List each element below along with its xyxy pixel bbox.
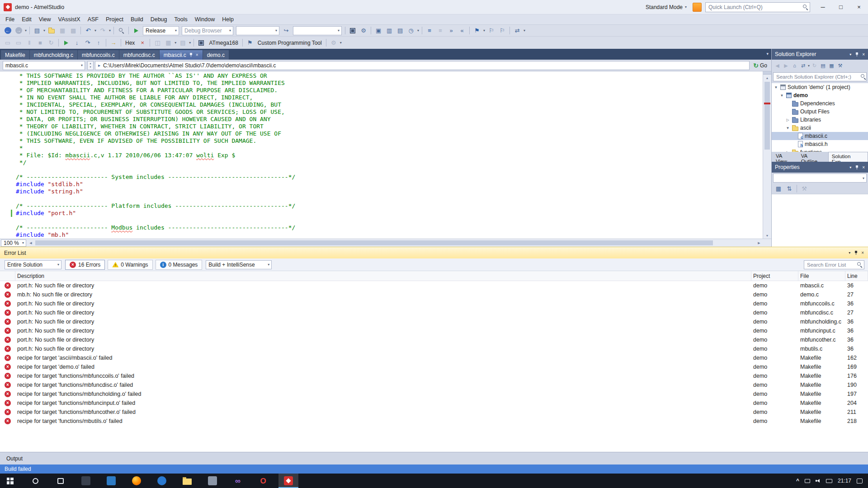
- panel-tab-va-view[interactable]: VA View: [773, 152, 797, 162]
- previous-bookmark-icon[interactable]: ⚐: [486, 26, 496, 36]
- go-button[interactable]: ↻ Go: [751, 62, 769, 69]
- zoom-combo[interactable]: 100 % ▾: [1, 239, 26, 247]
- se-switch-views-icon[interactable]: ⇄: [799, 61, 807, 70]
- search-button[interactable]: [25, 474, 45, 488]
- tree-item-ascii[interactable]: ▼ascii: [772, 124, 868, 132]
- error-header-description[interactable]: Description: [15, 271, 751, 281]
- tab-mbfuncdisc.c[interactable]: mbfuncdisc.c: [119, 50, 159, 60]
- new-file-caret[interactable]: ▾: [43, 28, 46, 33]
- dropdown-caret[interactable]: ▾: [340, 41, 342, 45]
- tree-item-mbascii.c[interactable]: mbascii.c: [772, 132, 868, 140]
- expander-icon[interactable]: ▼: [774, 85, 778, 89]
- tree-item-solution-demo-1-project-[interactable]: ▼Solution 'demo' (1 project): [772, 83, 868, 91]
- splitter-grip[interactable]: [763, 71, 771, 75]
- error-row[interactable]: ×recipe for target 'functions/mbfunchold…: [0, 389, 868, 399]
- se-home-icon[interactable]: ⌂: [790, 61, 799, 70]
- menu-item-project[interactable]: Project: [102, 15, 127, 24]
- taskbar-app-atmel-studio[interactable]: [278, 474, 298, 488]
- find-combo[interactable]: ▾: [293, 26, 342, 35]
- comment-icon[interactable]: ≡: [425, 26, 434, 36]
- taskbar-app-display[interactable]: [101, 474, 121, 488]
- error-row[interactable]: ×recipe for target 'functions/mbfunccoil…: [0, 371, 868, 380]
- touch-keyboard-icon[interactable]: [826, 479, 832, 483]
- menu-item-vassistx[interactable]: VAssistX: [55, 15, 84, 24]
- dropdown-caret[interactable]: ▾: [174, 41, 177, 45]
- error-row[interactable]: ×recipe for target 'functions/mbfuncdisc…: [0, 380, 868, 389]
- datasheet-icon[interactable]: ▤: [395, 26, 405, 36]
- pin-icon[interactable]: [854, 250, 858, 255]
- step-into-icon[interactable]: ↓: [72, 38, 82, 48]
- dropdown-caret[interactable]: ▾: [189, 41, 191, 45]
- pin-icon[interactable]: [855, 165, 859, 170]
- error-row[interactable]: ×recipe for target 'functions/mbutils.o'…: [0, 417, 868, 426]
- close-tab-icon[interactable]: ×: [196, 52, 198, 57]
- tree-item-functions[interactable]: ▷functions: [772, 148, 868, 152]
- device-pack-manager-icon[interactable]: ⚙: [359, 26, 368, 36]
- step-out-icon[interactable]: ↑: [94, 38, 104, 48]
- tab-mbfuncholding.c[interactable]: mbfuncholding.c: [30, 50, 77, 60]
- tray-expand-chevron[interactable]: ^: [796, 478, 799, 484]
- expander-icon[interactable]: ▼: [785, 126, 790, 130]
- window-position-icon[interactable]: ▾: [849, 52, 852, 56]
- properties-object-combo[interactable]: ▾: [773, 174, 867, 183]
- mode-selector[interactable]: Standard Mode ▾: [644, 3, 689, 11]
- dropdown-caret[interactable]: ▾: [523, 28, 526, 33]
- error-header-line[interactable]: Line: [845, 271, 868, 281]
- error-search-input[interactable]: [804, 260, 864, 269]
- nav-forward-icon[interactable]: →: [14, 26, 24, 36]
- taskbar-app-file-explorer[interactable]: [177, 474, 197, 488]
- error-row[interactable]: ×port.h: No such file or directorydemomb…: [0, 335, 868, 344]
- categorized-icon[interactable]: ▦: [774, 184, 783, 194]
- error-row[interactable]: ×recipe for target 'functions/mbfuncothe…: [0, 408, 868, 417]
- gallery-button[interactable]: [693, 3, 702, 12]
- error-row[interactable]: ×port.h: No such file or directorydemomb…: [0, 317, 868, 326]
- navigate-to-icon[interactable]: ⇄: [512, 26, 522, 36]
- programming-tool-icon[interactable]: ⚑: [245, 38, 255, 48]
- tree-item-output-files[interactable]: Output Files: [772, 108, 868, 116]
- reset-icon[interactable]: ×: [137, 38, 147, 48]
- show-next-statement-icon[interactable]: →: [108, 38, 118, 48]
- scroll-right-icon[interactable]: ▶: [755, 241, 763, 245]
- tree-item-mbascii.h[interactable]: mbascii.h: [772, 140, 868, 148]
- menu-item-help[interactable]: Help: [218, 15, 237, 24]
- memory-icon[interactable]: ▦: [163, 38, 173, 48]
- tree-item-dependencies[interactable]: Dependencies: [772, 99, 868, 108]
- menu-item-edit[interactable]: Edit: [18, 15, 35, 24]
- volume-icon[interactable]: [816, 479, 821, 483]
- error-scope-combo[interactable]: Entire Solution ▾: [5, 260, 61, 269]
- alphabetical-icon[interactable]: ⇅: [784, 184, 794, 194]
- scroll-up-icon[interactable]: ▲: [763, 75, 771, 81]
- device-icon[interactable]: [196, 38, 206, 48]
- redo-icon[interactable]: ↷: [98, 26, 108, 36]
- maximize-button[interactable]: □: [832, 0, 850, 14]
- task-view-button[interactable]: [51, 474, 71, 488]
- error-header-project[interactable]: Project: [751, 271, 798, 281]
- device-programming-icon[interactable]: [348, 26, 358, 36]
- tab-demo.c[interactable]: demo.c: [203, 50, 229, 60]
- se-properties-icon[interactable]: ⚒: [836, 61, 844, 70]
- close-icon[interactable]: ×: [862, 52, 865, 57]
- processor-status-icon[interactable]: ▥: [384, 26, 394, 36]
- error-row[interactable]: ×mb.h: No such file or directorydemodemo…: [0, 290, 868, 299]
- stopwatch-icon[interactable]: ◷: [406, 26, 416, 36]
- quick-launch-input[interactable]: [705, 2, 810, 12]
- menu-item-window[interactable]: Window: [191, 15, 218, 24]
- device-name-label[interactable]: ATmega168: [207, 40, 240, 46]
- undo-caret[interactable]: ▾: [94, 28, 97, 33]
- pin-icon[interactable]: [189, 52, 193, 57]
- messages-filter-button[interactable]: i 0 Messages: [156, 260, 203, 270]
- tab-mbascii.c[interactable]: mbascii.c×: [160, 50, 203, 60]
- error-source-combo[interactable]: Build + IntelliSense ▾: [206, 260, 272, 269]
- hscrollbar-track[interactable]: [34, 239, 755, 247]
- indent-icon[interactable]: »: [446, 26, 456, 36]
- scroll-left-icon[interactable]: ◀: [27, 241, 34, 245]
- io-view-icon[interactable]: ▣: [373, 26, 383, 36]
- error-row[interactable]: ×port.h: No such file or directorydemomb…: [0, 281, 868, 290]
- network-icon[interactable]: [805, 479, 810, 483]
- panel-tab-output[interactable]: Output: [2, 454, 27, 464]
- pin-icon[interactable]: [855, 52, 859, 57]
- panel-tab-va-outline[interactable]: VA Outline: [798, 152, 828, 162]
- menu-item-view[interactable]: View: [35, 15, 55, 24]
- error-row[interactable]: ×port.h: No such file or directorydemomb…: [0, 308, 868, 317]
- step-over-icon[interactable]: ↷: [83, 38, 93, 48]
